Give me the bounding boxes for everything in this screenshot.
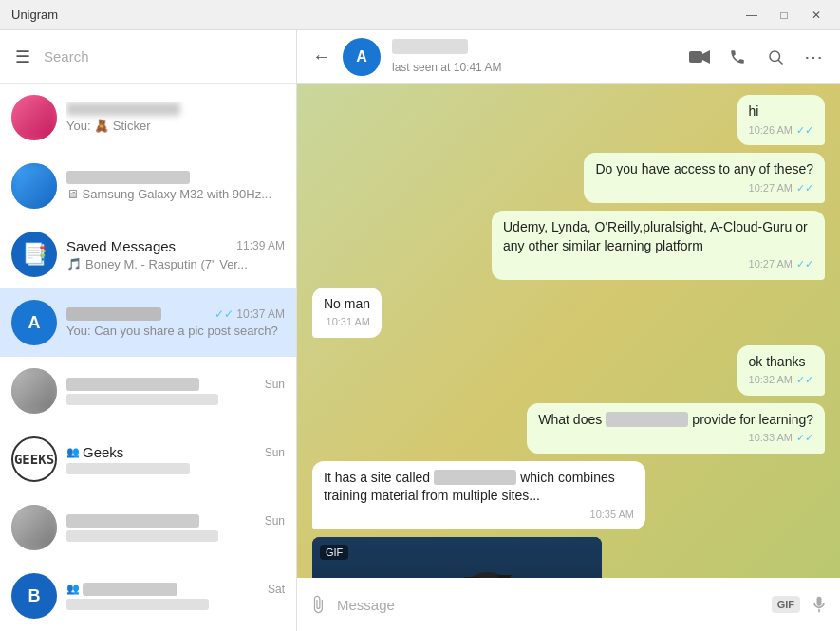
gif-button[interactable]: GIF xyxy=(772,596,800,613)
list-item[interactable]: You: 🧸 Sticker xyxy=(0,84,296,152)
svg-rect-0 xyxy=(689,51,702,63)
svg-line-3 xyxy=(778,60,783,65)
attach-button[interactable] xyxy=(308,595,327,614)
avatar xyxy=(11,505,57,550)
chat-info: Sun xyxy=(66,378,285,405)
message-bubble: hi 10:26 AM ✓✓ xyxy=(737,95,825,145)
avatar xyxy=(11,95,57,140)
search-input[interactable] xyxy=(44,48,285,65)
svg-marker-1 xyxy=(702,50,710,64)
list-item[interactable]: Sun xyxy=(0,357,296,425)
chat-time: Sun xyxy=(265,514,285,528)
message-bubble: ok thanks 10:32 AM ✓✓ xyxy=(737,345,825,396)
check-icon: ✓✓ xyxy=(796,123,813,138)
message-row: hi 10:26 AM ✓✓ xyxy=(312,95,825,145)
chat-list: You: 🧸 Sticker 🖥 Samsung Galaxy M32 with… xyxy=(0,84,296,631)
svg-rect-19 xyxy=(817,597,822,606)
contact-info: last seen at 10:41 AM xyxy=(392,39,677,74)
message-bubble: No man 10:31 AM xyxy=(312,288,382,338)
message-text: hi xyxy=(749,102,813,121)
message-input-area: GIF xyxy=(297,578,840,631)
chat-info: 🖥 Samsung Galaxy M32 with 90Hz... xyxy=(66,171,285,201)
chat-preview: You: Can you share a pic post search? xyxy=(66,324,285,338)
message-text: Udemy, Lynda, O'Reilly,pluralsight, A-Cl… xyxy=(503,218,813,255)
list-item[interactable]: GEEKS 👥 Geeks Sun xyxy=(0,425,296,493)
message-row: It has a site called ████████ which comb… xyxy=(312,461,825,530)
gif-image xyxy=(312,537,602,578)
chat-info: ✓✓ 10:37 AM You: Can you share a pic pos… xyxy=(66,307,285,338)
chat-name: 👥 xyxy=(66,583,177,596)
avatar xyxy=(11,163,57,209)
chat-preview: 🖥 Samsung Galaxy M32 with 90Hz... xyxy=(66,187,285,201)
chat-info: Sun xyxy=(66,514,285,542)
avatar xyxy=(11,368,57,414)
chat-panel: ← A last seen at 10:41 AM ⋯ xyxy=(297,30,840,631)
close-button[interactable]: ✕ xyxy=(804,6,829,25)
message-text: It has a site called ████████ which comb… xyxy=(324,469,634,506)
gif-message[interactable]: GIF 10:35 AM ✓✓ xyxy=(312,537,602,578)
back-button[interactable]: ← xyxy=(312,46,331,67)
list-item[interactable]: 🖥 Samsung Galaxy M32 with 90Hz... xyxy=(0,152,296,220)
message-bubble: Udemy, Lynda, O'Reilly,pluralsight, A-Cl… xyxy=(492,211,825,280)
message-text: What does ████████ provide for learning? xyxy=(538,411,813,430)
message-bubble: What does ████████ provide for learning?… xyxy=(527,403,825,454)
chat-name xyxy=(66,378,199,391)
list-item[interactable]: 📑 Saved Messages 11:39 AM 🎵 Boney M. - R… xyxy=(0,220,296,288)
maximize-button[interactable]: □ xyxy=(772,6,796,25)
chat-preview xyxy=(66,599,285,610)
chat-preview xyxy=(66,463,285,474)
more-options-button[interactable]: ⋯ xyxy=(802,46,825,68)
avatar: GEEKS xyxy=(11,436,57,482)
chat-info: 👥 Geeks Sun xyxy=(66,444,285,474)
window-controls: — □ ✕ xyxy=(739,6,829,25)
video-call-button[interactable] xyxy=(688,46,711,68)
message-time: 10:35 AM xyxy=(590,508,634,522)
message-input[interactable] xyxy=(337,597,762,613)
message-time: 10:26 AM xyxy=(749,123,793,138)
message-bubble: It has a site called ████████ which comb… xyxy=(312,461,645,530)
message-row: What does ████████ provide for learning?… xyxy=(312,403,825,454)
chat-time: 11:39 AM xyxy=(236,239,285,252)
message-time: 10:32 AM xyxy=(749,373,793,387)
main-layout: ☰ You: 🧸 Sticker xyxy=(0,30,840,631)
messages-area: hi 10:26 AM ✓✓ Do you have access to any… xyxy=(297,84,840,578)
minimize-button[interactable]: — xyxy=(739,6,764,25)
sidebar: ☰ You: 🧸 Sticker xyxy=(0,30,297,631)
message-time: 10:27 AM xyxy=(749,257,793,271)
chat-preview xyxy=(66,530,285,542)
list-item[interactable]: B 👥 Sat xyxy=(0,562,296,630)
svg-marker-10 xyxy=(464,577,478,578)
message-text: No man xyxy=(324,295,370,314)
sidebar-header: ☰ xyxy=(0,30,296,84)
message-time: 10:27 AM xyxy=(749,181,793,195)
message-row: No man 10:31 AM xyxy=(312,288,825,338)
message-text: ok thanks xyxy=(749,353,813,372)
message-row: GIF 10:35 AM ✓✓ xyxy=(312,537,825,578)
check-icon: ✓✓ xyxy=(796,431,813,445)
check-icon: ✓✓ xyxy=(796,373,813,387)
voice-button[interactable] xyxy=(810,595,829,614)
chat-info: You: 🧸 Sticker xyxy=(66,102,285,133)
message-row: ok thanks 10:32 AM ✓✓ xyxy=(312,345,825,396)
header-actions: ⋯ xyxy=(688,46,825,68)
svg-point-2 xyxy=(770,51,780,62)
chat-name xyxy=(66,171,190,184)
search-button[interactable] xyxy=(764,46,787,68)
menu-icon[interactable]: ☰ xyxy=(11,46,34,67)
message-bubble: Do you have access to any of these? 10:2… xyxy=(584,153,825,203)
contact-name xyxy=(392,39,468,54)
contact-status: last seen at 10:41 AM xyxy=(392,61,677,74)
avatar: 📑 xyxy=(11,232,57,277)
voice-call-button[interactable] xyxy=(726,46,749,68)
titlebar: Unigram — □ ✕ xyxy=(0,0,840,30)
avatar: B xyxy=(11,573,57,619)
app-title: Unigram xyxy=(11,8,739,22)
chat-name xyxy=(66,102,180,116)
chat-time: ✓✓ 10:37 AM xyxy=(215,307,285,321)
chat-header: ← A last seen at 10:41 AM ⋯ xyxy=(297,30,840,84)
svg-rect-4 xyxy=(312,537,602,578)
check-icon: ✓✓ xyxy=(796,181,813,195)
list-item[interactable]: Sun xyxy=(0,493,296,562)
list-item[interactable]: A ✓✓ 10:37 AM You: Can you share a pic p… xyxy=(0,288,296,357)
check-icon: ✓✓ xyxy=(796,257,813,271)
